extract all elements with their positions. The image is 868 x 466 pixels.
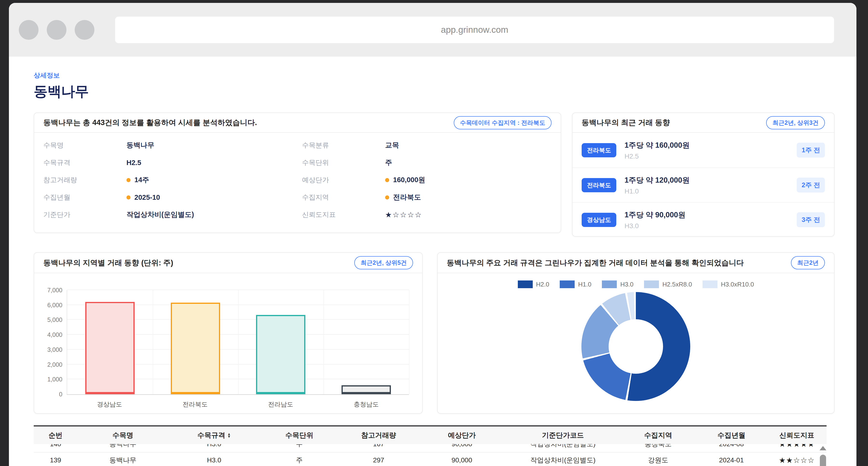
table-cell: 작업상차비(운임별도)	[505, 456, 620, 465]
bar	[171, 303, 220, 394]
field-value-text: 주	[385, 158, 392, 168]
table-cell: 주	[260, 456, 339, 465]
info-field-row: 기준단가작업상차비(운임별도)	[43, 206, 302, 223]
trade-time-chip: 3주 전	[797, 212, 825, 227]
legend-label: H2.0	[536, 281, 549, 288]
info-field-row: 신뢰도지표★☆☆☆☆	[302, 206, 561, 223]
table-cell: 작업상차비(운임별도)	[505, 444, 620, 449]
window-control-dot[interactable]	[47, 20, 66, 40]
field-value-text: 교목	[385, 141, 399, 150]
field-value: ★☆☆☆☆	[385, 210, 422, 219]
field-value-text: 동백나무	[126, 141, 154, 150]
trade-item[interactable]: 전라북도1주당 약 160,000원H2.51주 전	[572, 133, 834, 168]
legend-label: H3.0xR10.0	[721, 281, 754, 288]
legend-swatch	[560, 281, 575, 288]
field-value-text: ★☆☆☆☆	[385, 210, 422, 219]
table-cell: 강원도	[620, 456, 696, 465]
x-axis-category-label: 경상남도	[67, 400, 152, 409]
column-header-label: 순번	[49, 431, 63, 440]
table-cell: 297	[339, 456, 418, 464]
trade-info: 1주당 약 160,000원H2.5	[624, 140, 797, 160]
table-row[interactable]: 139동백나무H3.0주29790,000작업상차비(운임별도)강원도2024-…	[34, 452, 827, 466]
column-header: 참고거래량	[339, 431, 418, 440]
bar-slot	[153, 290, 238, 394]
url-bar[interactable]: app.grinnow.com	[115, 17, 834, 43]
recent-trades-list: 전라북도1주당 약 160,000원H2.51주 전전라북도1주당 약 120,…	[572, 133, 834, 237]
legend-swatch	[703, 281, 717, 288]
field-value-text: 160,000원	[393, 175, 425, 185]
trade-price: 1주당 약 90,000원	[624, 210, 797, 220]
trade-time-chip: 2주 전	[797, 178, 825, 193]
x-axis-category-label: 전라남도	[238, 400, 323, 409]
column-header-label: 신뢰도지표	[779, 431, 814, 440]
window-controls	[19, 20, 94, 40]
field-label: 기준단가	[43, 210, 126, 219]
column-header-label: 수목규격	[197, 431, 225, 440]
field-label: 수집지역	[302, 193, 385, 202]
field-value: 전라북도	[385, 193, 421, 202]
field-label: 예상단가	[302, 175, 385, 184]
column-header: 수목단위	[260, 431, 339, 440]
bar	[342, 385, 391, 394]
window-control-dot[interactable]	[75, 20, 94, 40]
field-value-text: H2.5	[126, 159, 141, 167]
info-field-row: 수집지역전라북도	[302, 189, 561, 206]
legend-swatch	[602, 281, 617, 288]
donut-chart-title: 동백나무의 주요 거래 규격은 그린나우가 집계한 거래 데이터 분석을 통해 …	[447, 258, 744, 268]
table-cell: 140	[34, 444, 77, 448]
field-label: 수목명	[43, 141, 126, 150]
table-cell: 동백나무	[77, 456, 168, 465]
trade-price: 1주당 약 160,000원	[624, 140, 797, 150]
field-value: 14주	[126, 175, 149, 185]
column-header: 기준단가코드	[505, 431, 620, 440]
column-header-label: 예상단가	[448, 431, 476, 440]
region-badge: 전라북도	[582, 178, 616, 192]
column-header-label: 수목단위	[285, 431, 313, 440]
y-axis-tick-label: 2,000	[47, 361, 62, 368]
orange-dot-icon	[126, 196, 130, 200]
y-axis-tick-label: 0	[59, 391, 62, 398]
table-cell: 90,000	[418, 456, 505, 464]
y-axis-tick-label: 3,000	[47, 346, 62, 353]
info-field-row: 참고거래량14주	[43, 171, 302, 189]
bar-slot	[238, 290, 324, 394]
recent-card-badge: 최근2년, 상위3건	[766, 116, 825, 129]
trade-item[interactable]: 경상남도1주당 약 90,000원H3.03주 전	[572, 202, 834, 237]
legend-item: H2.5xR8.0	[644, 281, 692, 288]
scroll-up-arrow-icon[interactable]	[819, 446, 826, 450]
field-label: 수목단위	[302, 158, 385, 167]
donut-chart-badge: 최근2년	[791, 256, 825, 269]
info-fields-right: 수목분류교목수목단위주예상단가160,000원수집지역전라북도신뢰도지표★☆☆☆…	[302, 137, 561, 223]
region-badge: 전라북도	[582, 143, 616, 157]
orange-dot-icon	[126, 178, 130, 182]
column-header: 예상단가	[418, 431, 505, 440]
table-cell: H3.0	[168, 456, 260, 464]
trade-info: 1주당 약 120,000원H1.0	[624, 175, 797, 195]
column-header-label: 기준단가코드	[542, 431, 584, 440]
donut-legend: H2.0H1.0H3.0H2.5xR8.0H3.0xR10.0	[438, 281, 834, 288]
bar-chart-title: 동백나무의 지역별 거래 동향 (단위: 주)	[43, 258, 173, 268]
legend-item: H1.0	[560, 281, 591, 288]
field-value: 주	[385, 158, 392, 168]
bar-chart-x-axis: 경상남도전라북도전라남도충청남도	[67, 400, 409, 409]
bar-chart-plot: 01,0002,0003,0004,0005,0006,0007,000	[67, 290, 409, 395]
y-axis-tick-label: 5,000	[47, 316, 62, 323]
recent-card-title: 동백나무의 최근 거래 동향	[582, 118, 670, 128]
table-scrollbar[interactable]	[819, 444, 827, 466]
scrollbar-thumb[interactable]	[820, 455, 826, 466]
trade-info: 1주당 약 90,000원H3.0	[624, 210, 797, 230]
table-row[interactable]: 140동백나무H3.0주16790,000작업상차비(운임별도)충청북도2024…	[34, 444, 827, 452]
trade-item[interactable]: 전라북도1주당 약 120,000원H1.02주 전	[572, 168, 834, 202]
table-cell: 2024-08	[696, 444, 767, 448]
orange-dot-icon	[385, 178, 389, 182]
legend-label: H1.0	[578, 281, 591, 288]
legend-swatch	[518, 281, 533, 288]
breadcrumb: 상세정보	[34, 71, 835, 80]
sort-icon[interactable]: ▲▼	[227, 433, 231, 438]
column-header[interactable]: 수목규격▲▼	[168, 431, 260, 440]
column-header: 수집년월	[696, 431, 767, 440]
orange-dot-icon	[385, 196, 389, 200]
field-value-text: 전라북도	[393, 193, 421, 202]
column-header: 수목명	[77, 431, 168, 440]
window-control-dot[interactable]	[19, 20, 38, 40]
